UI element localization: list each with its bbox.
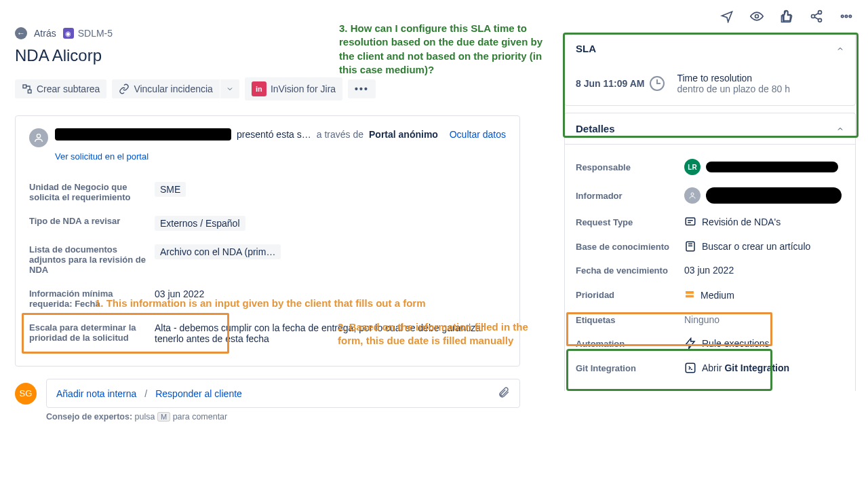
field-label: Tipo de NDA a revisar — [29, 216, 155, 226]
svg-rect-11 — [686, 218, 695, 225]
attachment-icon[interactable] — [498, 386, 510, 400]
svg-point-0 — [755, 15, 759, 18]
field-nda-type: Tipo de NDA a revisar Externos / Español — [29, 209, 506, 238]
hide-details-link[interactable]: Ocultar datos — [450, 129, 506, 140]
field-label: Lista de documentos adjuntos para la rev… — [29, 244, 155, 275]
more-toolbar-button[interactable]: ••• — [348, 79, 376, 98]
detail-reporter[interactable]: Informador — [576, 181, 844, 210]
detail-automation[interactable]: Automation Rule executions — [576, 331, 844, 356]
svg-point-3 — [818, 18, 822, 22]
reporter-avatar — [684, 187, 701, 204]
chevron-up-icon — [836, 125, 844, 133]
svg-point-4 — [842, 15, 844, 17]
book-icon — [684, 240, 696, 253]
pro-tip: Consejo de expertos: pulsa M para coment… — [46, 412, 551, 422]
svg-point-6 — [849, 15, 851, 17]
create-subtask-button[interactable]: Crear subtarea — [15, 79, 106, 98]
invision-label: InVision for Jira — [271, 83, 336, 94]
requester-avatar — [29, 128, 48, 147]
detail-assignee[interactable]: Responsable LR — [576, 153, 844, 181]
redacted-reporter — [706, 187, 842, 204]
svg-rect-8 — [28, 90, 31, 93]
separator: / — [144, 388, 147, 399]
key-hint: M — [157, 412, 170, 422]
lightning-icon — [684, 337, 696, 350]
svg-point-9 — [37, 134, 40, 138]
add-internal-note-link[interactable]: Añadir nota interna — [56, 388, 136, 399]
via-value: Portal anónimo — [369, 129, 438, 140]
field-label: Unidad de Negocio que solicita el requer… — [29, 182, 155, 202]
sla-remaining: dentro de un plazo de 80 h — [677, 83, 790, 94]
link-issue-dropdown[interactable] — [220, 79, 239, 98]
detail-due-date[interactable]: Fecha de vencimiento 03 jun 2022 — [576, 259, 844, 282]
svg-point-5 — [845, 15, 847, 17]
submitted-text: presentó esta s… — [237, 129, 311, 140]
breadcrumb-back[interactable]: Atrás — [34, 28, 56, 39]
git-icon — [684, 362, 696, 374]
field-value: Archivo con el NDA (prim… — [155, 244, 281, 259]
create-subtask-label: Crear subtarea — [37, 83, 100, 94]
via-label: a través de — [317, 129, 363, 140]
user-avatar: SG — [15, 383, 37, 405]
detail-request-type[interactable]: Request Type Revisión de NDA's — [576, 210, 844, 234]
details-panel: Detalles Responsable LR Informador Reque… — [564, 113, 856, 391]
link-issue-label: Vincular incidencia — [134, 83, 212, 94]
svg-rect-7 — [23, 85, 26, 88]
annotation-2: 2. Based on the information filled in th… — [338, 320, 555, 348]
breadcrumb-issue[interactable]: ◉ SDLM-5 — [63, 28, 113, 39]
give-feedback-icon[interactable] — [719, 8, 735, 24]
watch-icon[interactable] — [749, 8, 765, 24]
back-arrow-icon[interactable]: ← — [15, 27, 27, 39]
annotation-1: 1. This information is an input given by… — [95, 297, 448, 310]
sla-date: 8 Jun 11:09 AM — [576, 78, 644, 89]
priority-medium-icon: 〓 — [684, 288, 695, 302]
field-documents: Lista de documentos adjuntos para la rev… — [29, 238, 506, 282]
chevron-up-icon — [836, 45, 844, 53]
view-in-portal-link[interactable]: Ver solicitud en el portal — [55, 151, 149, 162]
comment-bar[interactable]: Añadir nota interna / Responder al clien… — [46, 379, 520, 408]
assignee-avatar: LR — [684, 159, 701, 175]
sla-header[interactable]: SLA — [565, 33, 855, 64]
field-business-unit: Unidad de Negocio que solicita el requer… — [29, 175, 506, 209]
annotation-3: 3. How can I configure this SLA time to … — [339, 22, 549, 77]
detail-priority[interactable]: Prioridad 〓 Medium — [576, 282, 844, 308]
svg-point-1 — [818, 11, 822, 14]
svg-point-2 — [812, 15, 815, 18]
detail-git[interactable]: Git Integration Abrir Git Integration — [576, 356, 844, 380]
toolbar: Crear subtarea Vincular incidencia in In… — [15, 77, 551, 100]
detail-labels[interactable]: Etiquetas Ninguno — [576, 308, 844, 331]
link-issue-button[interactable]: Vincular incidencia — [112, 79, 219, 98]
sla-title: SLA — [576, 43, 596, 54]
share-icon[interactable] — [808, 8, 825, 24]
invision-icon: in — [252, 81, 267, 96]
details-title: Detalles — [576, 123, 615, 134]
field-value: Externos / Español — [155, 216, 245, 231]
ellipsis-icon: ••• — [355, 83, 369, 94]
sla-metric: Time to resolution — [677, 73, 790, 83]
more-actions-icon[interactable] — [838, 8, 854, 24]
field-label: Escala para determinar la prioridad de l… — [29, 322, 155, 343]
reply-customer-link[interactable]: Responder al cliente — [155, 388, 242, 399]
issue-key: SDLM-5 — [78, 28, 113, 39]
vote-icon[interactable] — [778, 8, 795, 24]
request-type-icon — [684, 216, 696, 228]
sla-panel: SLA 8 Jun 11:09 AM Time to resolution de… — [564, 33, 856, 106]
clock-icon — [650, 76, 665, 91]
field-value: SME — [155, 182, 186, 197]
issue-type-icon: ◉ — [63, 28, 74, 39]
details-header[interactable]: Detalles — [565, 113, 855, 145]
detail-knowledge-base[interactable]: Base de conocimiento Buscar o crear un a… — [576, 234, 844, 259]
invision-button[interactable]: in InVision for Jira — [245, 77, 342, 100]
redacted-assignee — [706, 162, 838, 172]
svg-point-10 — [691, 193, 694, 195]
redacted-name — [55, 128, 231, 141]
